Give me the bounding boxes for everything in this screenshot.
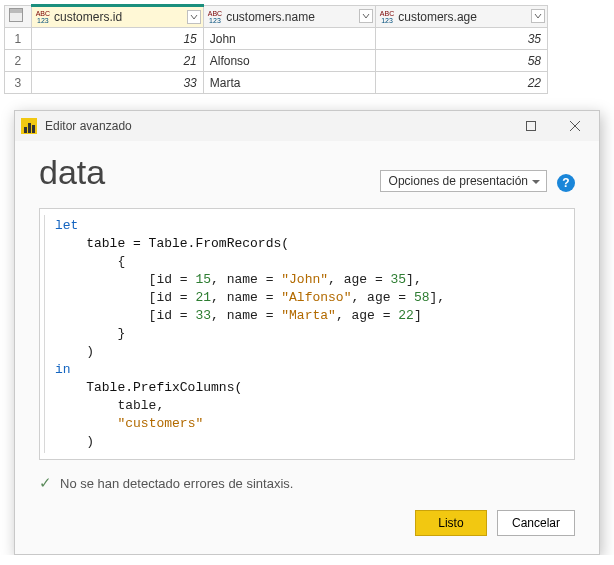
syntax-status: ✓ No se han detectado errores de sintaxi… — [39, 474, 575, 492]
cell-name[interactable]: Marta — [203, 72, 375, 94]
datatype-icon: ABC123 — [380, 10, 394, 24]
close-button[interactable] — [553, 112, 597, 140]
cell-id[interactable]: 15 — [31, 28, 203, 50]
column-header-age[interactable]: ABC123 customers.age — [375, 6, 547, 28]
svg-rect-0 — [527, 122, 536, 131]
code-editor[interactable]: let table = Table.FromRecords( { [id = 1… — [39, 208, 575, 460]
column-name: customers.id — [54, 10, 122, 24]
table-row[interactable]: 2 21 Alfonso 58 — [5, 50, 548, 72]
table-icon — [9, 8, 23, 22]
column-name: customers.name — [226, 10, 315, 24]
advanced-editor-dialog: Editor avanzado data Opciones de present… — [14, 110, 600, 555]
status-text: No se han detectado errores de sintaxis. — [60, 476, 293, 491]
maximize-button[interactable] — [509, 112, 553, 140]
cancel-button[interactable]: Cancelar — [497, 510, 575, 536]
row-number[interactable]: 3 — [5, 72, 32, 94]
table-row[interactable]: 1 15 John 35 — [5, 28, 548, 50]
select-all-cell[interactable] — [5, 6, 32, 28]
cell-id[interactable]: 21 — [31, 50, 203, 72]
header-row: ABC123 customers.id ABC123 customers.nam… — [5, 6, 548, 28]
cell-age[interactable]: 58 — [375, 50, 547, 72]
query-name-title: data — [39, 153, 105, 192]
datatype-icon: ABC123 — [36, 10, 50, 24]
cell-id[interactable]: 33 — [31, 72, 203, 94]
code-content[interactable]: let table = Table.FromRecords( { [id = 1… — [44, 215, 570, 453]
titlebar[interactable]: Editor avanzado — [15, 111, 599, 141]
cell-name[interactable]: John — [203, 28, 375, 50]
help-icon[interactable]: ? — [557, 174, 575, 192]
column-header-id[interactable]: ABC123 customers.id — [31, 6, 203, 28]
table-row[interactable]: 3 33 Marta 22 — [5, 72, 548, 94]
display-options-dropdown[interactable]: Opciones de presentación — [380, 170, 547, 192]
column-name: customers.age — [398, 10, 477, 24]
datatype-icon: ABC123 — [208, 10, 222, 24]
column-dropdown[interactable] — [187, 10, 201, 24]
column-dropdown[interactable] — [531, 9, 545, 23]
row-number[interactable]: 1 — [5, 28, 32, 50]
done-button[interactable]: Listo — [415, 510, 487, 536]
column-dropdown[interactable] — [359, 9, 373, 23]
column-header-name[interactable]: ABC123 customers.name — [203, 6, 375, 28]
row-number[interactable]: 2 — [5, 50, 32, 72]
cell-age[interactable]: 22 — [375, 72, 547, 94]
data-grid: ABC123 customers.id ABC123 customers.nam… — [4, 4, 548, 94]
check-icon: ✓ — [39, 474, 52, 492]
window-title: Editor avanzado — [45, 119, 132, 133]
cell-name[interactable]: Alfonso — [203, 50, 375, 72]
cell-age[interactable]: 35 — [375, 28, 547, 50]
app-icon — [21, 118, 37, 134]
